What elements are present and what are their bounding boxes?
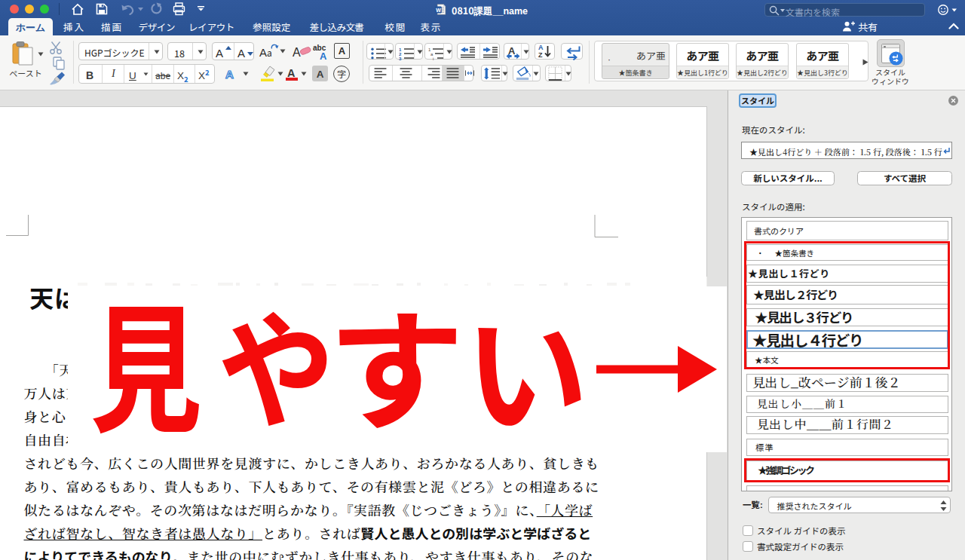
svg-text:i: i: [433, 57, 433, 61]
svg-text:3: 3: [399, 56, 402, 61]
svg-text:W: W: [436, 8, 441, 13]
